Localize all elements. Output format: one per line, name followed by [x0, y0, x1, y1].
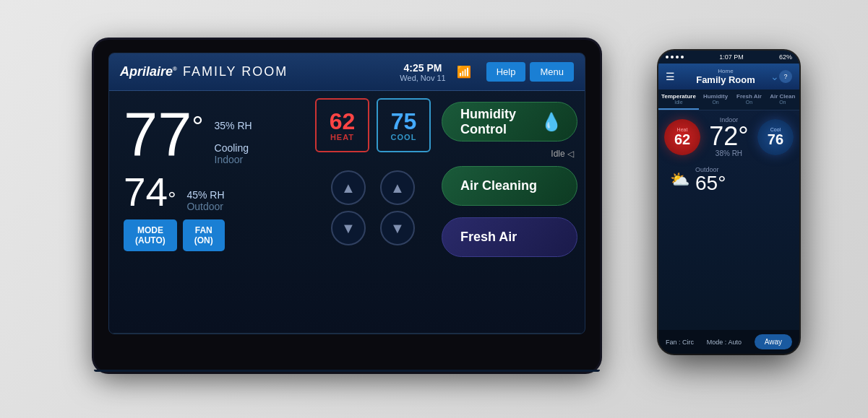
dot-1	[666, 56, 669, 58]
thermostat-device: Aprilaire® FAMILY ROOM 4:25 PM Wed, Nov …	[94, 40, 600, 372]
phone-main: Heat 62 Indoor 72° 38% RH Cool 76 ⛅ Outd…	[658, 110, 799, 330]
outdoor-temp-value: 74	[124, 170, 168, 214]
phone-tab-fresh-sub: On	[735, 100, 762, 105]
phone-heat-setpoint[interactable]: Heat 62	[664, 119, 700, 155]
phone-signal-dots	[666, 56, 684, 58]
fresh-air-label: Fresh Air	[460, 230, 517, 245]
phone-tab-temp-sub: Idle	[661, 100, 696, 105]
phone-cool-num: 76	[768, 132, 783, 147]
phone-indoor-display: Indoor 72° 38% RH	[709, 116, 748, 157]
outdoor-temperature: 74°	[124, 173, 176, 212]
center-panel: 62 HEAT 75 COOL ▲ ▼ ▲ ▼	[311, 91, 434, 333]
heat-set-value: 62	[330, 110, 356, 133]
right-panel: Humidity Control 💧 Idle ◁ Air Cleaning F…	[434, 91, 585, 333]
cool-down-button[interactable]: ▼	[380, 211, 415, 245]
heat-blast-button[interactable]: HEAT BLAST	[299, 334, 395, 334]
dot-4	[681, 56, 684, 58]
phone-footer: Fan : Circ Mode : Auto Away	[658, 330, 799, 354]
fan-button[interactable]: FAN (ON)	[183, 219, 225, 251]
hold-button[interactable]: HOLD (SCHEDULE)	[109, 334, 205, 334]
phone-fan-value: Circ	[682, 339, 694, 346]
phone-indoor-temp: 72°	[709, 123, 748, 149]
dot-3	[676, 56, 679, 58]
phone-menu-icon[interactable]: ☰	[666, 71, 675, 82]
phone-tab-humidity[interactable]: Humidity On	[699, 90, 732, 110]
away-button[interactable]: AWAY	[205, 334, 300, 334]
phone-tab-fresh[interactable]: Fresh Air On	[732, 90, 765, 110]
wifi-icon: 📶	[457, 65, 471, 79]
phone-device: 1:07 PM 62% ☰ Home Family Room ⌄ ? Tempe…	[658, 51, 799, 354]
cool-up-button[interactable]: ▲	[380, 170, 415, 205]
phone-tabs: Temperature Idle Humidity On Fresh Air O…	[658, 90, 799, 110]
phone-away-button[interactable]: Away	[755, 334, 792, 349]
phone-mode-info: Mode : Auto	[707, 339, 742, 346]
humidity-icon: 💧	[541, 112, 562, 132]
humidity-control-button[interactable]: Humidity Control 💧	[442, 102, 577, 141]
phone-tab-air-label: Air Clean	[769, 93, 796, 100]
brand-name: Aprilaire	[120, 64, 173, 79]
phone-chevron-icon[interactable]: ⌄	[770, 71, 779, 82]
thermostat-header: Aprilaire® FAMILY ROOM 4:25 PM Wed, Nov …	[109, 53, 585, 91]
mode-fan-row: MODE (AUTO) FAN (ON)	[124, 219, 297, 251]
help-button[interactable]: Help	[486, 62, 526, 82]
cool-set-value: 75	[391, 110, 417, 133]
indoor-degree: °	[192, 112, 204, 141]
brand-tm: ®	[173, 66, 177, 72]
left-panel: 77° 35% RH Cooling Indoor 74° 45% RH Out…	[109, 91, 311, 333]
outdoor-degree: °	[168, 188, 176, 210]
heat-set-label: HEAT	[330, 133, 354, 141]
phone-mode-label: Mode :	[707, 339, 727, 346]
room-name: FAMILY ROOM	[183, 64, 400, 79]
fan-label: FAN	[194, 225, 213, 235]
phone-battery: 62%	[779, 53, 792, 61]
heat-down-button[interactable]: ▼	[331, 211, 366, 245]
phone-help-button[interactable]: ?	[779, 70, 792, 83]
phone-setpoints: Heat 62 Indoor 72° 38% RH Cool 76	[664, 116, 794, 157]
indoor-temp-value: 77	[124, 103, 192, 165]
cool-setpoint: 75 COOL	[377, 98, 431, 152]
phone-fan-info: Fan : Circ	[666, 339, 694, 346]
heat-up-button[interactable]: ▲	[331, 170, 366, 205]
heat-arrows: ▲ ▼	[331, 170, 366, 245]
outdoor-rh: 45% RH	[186, 189, 224, 201]
thermostat-screen: Aprilaire® FAMILY ROOM 4:25 PM Wed, Nov …	[108, 53, 585, 334]
mode-button[interactable]: MODE (AUTO)	[124, 219, 177, 251]
phone-home-label: Home	[681, 68, 770, 74]
phone-mode-value: Auto	[728, 339, 742, 346]
current-time: 4:25 PM	[400, 62, 445, 74]
phone-weather-icon: ⛅	[670, 170, 689, 189]
time-area: 4:25 PM Wed, Nov 11	[400, 62, 445, 82]
air-cleaning-button[interactable]: Air Cleaning	[442, 166, 577, 206]
fresh-air-button[interactable]: Fresh Air	[442, 217, 577, 257]
phone-tab-air[interactable]: Air Clean On	[766, 90, 799, 110]
idle-status: Idle ◁	[445, 149, 574, 159]
phone-tab-temp-label: Temperature	[661, 93, 696, 100]
phone-heat-num: 62	[674, 132, 690, 147]
fan-value: (ON)	[194, 235, 213, 245]
heat-setpoint: 62 HEAT	[315, 98, 369, 152]
phone-fan-label: Fan :	[666, 339, 681, 346]
phone-time: 1:07 PM	[719, 53, 744, 61]
humidity-control-label: Humidity Control	[460, 107, 541, 137]
phone-header: ☰ Home Family Room ⌄ ?	[658, 64, 799, 90]
arrow-buttons: ▲ ▼ ▲ ▼	[331, 170, 415, 245]
brand-logo: Aprilaire®	[120, 64, 177, 79]
phone-tab-humidity-label: Humidity	[702, 93, 729, 100]
indoor-temperature: 77°	[124, 103, 204, 165]
phone-tab-air-sub: On	[769, 100, 796, 105]
dot-2	[671, 56, 674, 58]
phone-room-name: Family Room	[681, 74, 770, 85]
phone-tab-humidity-sub: On	[702, 100, 729, 105]
phone-screen: 1:07 PM 62% ☰ Home Family Room ⌄ ? Tempe…	[658, 51, 799, 354]
phone-tab-temperature[interactable]: Temperature Idle	[658, 90, 699, 110]
phone-outdoor-info: Outdoor 65°	[695, 166, 726, 193]
thermostat-main: 77° 35% RH Cooling Indoor 74° 45% RH Out…	[109, 91, 585, 333]
cool-set-label: COOL	[391, 133, 417, 141]
phone-cool-setpoint[interactable]: Cool 76	[757, 119, 794, 155]
phone-outdoor-temp: 65°	[695, 173, 726, 193]
menu-button[interactable]: Menu	[530, 62, 574, 82]
phone-status-bar: 1:07 PM 62%	[658, 51, 799, 64]
status-button[interactable]: STATUS	[395, 334, 490, 334]
mode-label: MODE	[135, 225, 166, 235]
alerts-button[interactable]: ALERTS 1	[489, 334, 585, 334]
